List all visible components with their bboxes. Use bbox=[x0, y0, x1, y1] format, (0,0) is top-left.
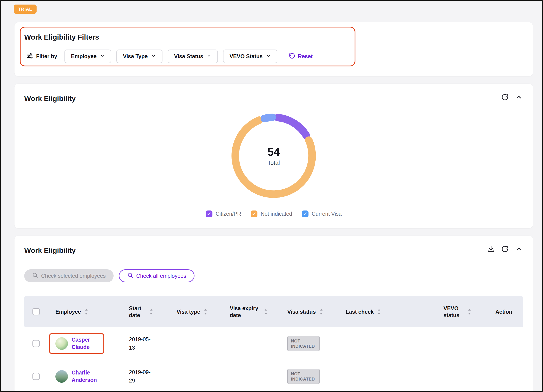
filter-by-label: Filter by bbox=[36, 53, 57, 59]
collapse-button[interactable] bbox=[515, 93, 523, 102]
column-header-visa-expiry-date[interactable]: Visa expiry date bbox=[222, 305, 280, 319]
trial-badge: TRIAL bbox=[14, 5, 37, 14]
check-all-employees-button[interactable]: Check all employees bbox=[119, 269, 195, 282]
chevron-up-icon bbox=[515, 245, 522, 253]
column-header-action: Action bbox=[488, 309, 523, 315]
legend-label: Current Visa bbox=[312, 211, 342, 217]
visa-status-cell: NOT INDICATED bbox=[280, 336, 338, 351]
collapse-button[interactable] bbox=[515, 245, 523, 253]
refresh-button[interactable] bbox=[501, 245, 509, 253]
chevron-down-icon bbox=[266, 53, 271, 59]
column-label: VEVO status bbox=[443, 305, 464, 319]
visa-status-filter-dropdown[interactable]: Visa Status bbox=[168, 50, 218, 63]
filters-card: Work Eligibility Filters Filter by Emplo… bbox=[15, 22, 533, 76]
work-eligibility-table-card: Work Eligibility bbox=[15, 236, 533, 392]
dropdown-label: Visa Type bbox=[123, 53, 147, 59]
column-label: Start date bbox=[129, 305, 146, 319]
download-button[interactable] bbox=[487, 245, 495, 253]
legend-checkbox-citizen-pr[interactable] bbox=[206, 210, 212, 217]
employee-avatar bbox=[55, 370, 68, 383]
refresh-icon bbox=[501, 93, 509, 102]
dropdown-label: Visa Status bbox=[174, 53, 203, 59]
row-checkbox-cell bbox=[24, 340, 48, 347]
legend-item-not-indicated: Not indicated bbox=[251, 210, 292, 217]
dropdown-label: Employee bbox=[71, 53, 96, 59]
employee-wrap: Charlie Anderson bbox=[49, 366, 104, 387]
sort-icon bbox=[319, 308, 324, 315]
legend-checkbox-current-visa[interactable] bbox=[302, 210, 309, 217]
column-header-employee[interactable]: Employee bbox=[48, 308, 122, 315]
chevron-down-icon bbox=[100, 53, 105, 59]
visa-status-badge: NOT INDICATED bbox=[287, 336, 320, 351]
column-header-start-date[interactable]: Start date bbox=[122, 305, 169, 319]
row-checkbox[interactable] bbox=[33, 373, 40, 380]
visa-type-filter-dropdown[interactable]: Visa Type bbox=[116, 50, 162, 63]
row-checkbox-cell bbox=[24, 373, 48, 380]
column-label: Employee bbox=[55, 309, 81, 315]
table-card-title: Work Eligibility bbox=[24, 246, 76, 255]
chart-card-actions bbox=[501, 93, 523, 102]
chevron-down-icon bbox=[207, 53, 211, 59]
column-header-vevo-status[interactable]: VEVO status bbox=[436, 305, 488, 319]
start-date-value: 2019-09-29 bbox=[129, 368, 155, 385]
donut-segment-current-visa bbox=[264, 118, 272, 119]
employee-avatar bbox=[55, 337, 68, 350]
check-selected-label: Check selected employees bbox=[41, 273, 106, 279]
employee-filter-dropdown[interactable]: Employee bbox=[64, 50, 111, 63]
work-eligibility-table: Employee Start date Visa type Visa expir… bbox=[24, 296, 523, 392]
table-buttons-row: Check selected employees Check all emplo… bbox=[24, 269, 194, 282]
legend-item-current-visa: Current Visa bbox=[302, 210, 342, 217]
start-date-cell: 2019-05-13 bbox=[122, 335, 155, 352]
filter-by: Filter by bbox=[27, 53, 57, 60]
employee-highlight-box: Casper Claude bbox=[49, 333, 104, 354]
filters-title: Work Eligibility Filters bbox=[24, 33, 99, 41]
search-icon bbox=[127, 272, 133, 279]
legend-item-citizen-pr: Citizen/PR bbox=[206, 210, 241, 217]
donut-segment-citizen-pr bbox=[278, 118, 306, 136]
refresh-button[interactable] bbox=[501, 93, 509, 102]
column-label: Last check bbox=[346, 309, 373, 315]
sort-icon bbox=[264, 308, 268, 315]
column-header-visa-type[interactable]: Visa type bbox=[169, 308, 222, 315]
chevron-up-icon bbox=[515, 93, 522, 102]
legend-checkbox-not-indicated[interactable] bbox=[251, 210, 257, 217]
visa-status-badge: NOT INDICATED bbox=[287, 369, 320, 384]
select-all-checkbox[interactable] bbox=[33, 308, 40, 315]
search-icon bbox=[32, 272, 38, 279]
reset-icon bbox=[288, 53, 295, 60]
legend-label: Not indicated bbox=[261, 211, 292, 217]
row-checkbox[interactable] bbox=[33, 340, 40, 347]
dropdown-label: VEVO Status bbox=[230, 53, 263, 59]
column-header-last-check[interactable]: Last check bbox=[338, 308, 436, 315]
chart-legend: Citizen/PR Not indicated Current Visa bbox=[15, 210, 533, 217]
column-label: Visa status bbox=[287, 309, 316, 315]
start-date-value: 2019-05-13 bbox=[129, 335, 155, 352]
table-row: Charlie Anderson 2019-09-29 NOT INDICATE… bbox=[24, 360, 523, 392]
vevo-status-filter-dropdown[interactable]: VEVO Status bbox=[223, 50, 277, 63]
employee-link[interactable]: Charlie Anderson bbox=[72, 369, 99, 384]
filter-row: Filter by Employee Visa Type Visa Status bbox=[27, 50, 313, 63]
refresh-icon bbox=[501, 245, 509, 253]
check-selected-employees-button[interactable]: Check selected employees bbox=[24, 269, 113, 282]
sort-icon bbox=[467, 308, 472, 315]
sort-icon bbox=[149, 308, 154, 315]
column-label: Action bbox=[495, 309, 512, 315]
start-date-cell: 2019-09-29 bbox=[122, 368, 155, 385]
download-icon bbox=[487, 245, 495, 253]
column-header-visa-status[interactable]: Visa status bbox=[280, 308, 338, 315]
sort-icon bbox=[377, 308, 381, 315]
work-eligibility-chart-card: Work Eligibility 54 bbox=[15, 84, 533, 228]
donut-chart-svg bbox=[227, 109, 320, 202]
legend-label: Citizen/PR bbox=[216, 211, 241, 217]
visa-status-cell: NOT INDICATED bbox=[280, 369, 338, 384]
chevron-down-icon bbox=[151, 53, 156, 59]
table-header-row: Employee Start date Visa type Visa expir… bbox=[24, 296, 523, 327]
check-all-label: Check all employees bbox=[136, 273, 186, 279]
donut-chart: 54 Total bbox=[227, 109, 320, 202]
employee-cell: Casper Claude bbox=[48, 333, 122, 354]
employee-link[interactable]: Casper Claude bbox=[72, 336, 99, 351]
sliders-icon bbox=[27, 53, 33, 60]
reset-button[interactable]: Reset bbox=[288, 53, 313, 60]
employee-cell: Charlie Anderson bbox=[48, 366, 122, 387]
header-checkbox-cell bbox=[24, 308, 48, 315]
